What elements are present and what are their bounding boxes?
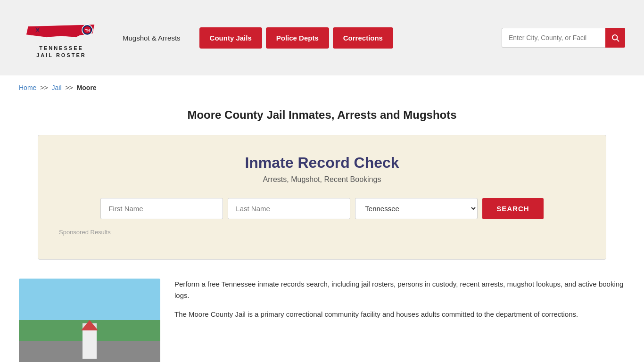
logo-text: TENNESSEE JAIL ROSTER bbox=[36, 45, 86, 58]
logo-icon: TN bbox=[24, 17, 99, 43]
header-search-input[interactable] bbox=[502, 28, 605, 48]
last-name-input[interactable] bbox=[228, 198, 350, 219]
page-title: Moore County Jail Inmates, Arrests and M… bbox=[19, 108, 625, 122]
logo-line1: TENNESSEE bbox=[36, 45, 86, 51]
content-paragraph-1: Perform a free Tennessee inmate records … bbox=[174, 279, 625, 301]
record-check-subtitle: Arrests, Mugshot, Recent Bookings bbox=[57, 175, 587, 184]
mugshot-arrests-link[interactable]: Mugshot & Arrests bbox=[123, 34, 181, 42]
header-search-button[interactable] bbox=[605, 28, 625, 48]
page-title-area: Moore County Jail Inmates, Arrests and M… bbox=[0, 100, 644, 135]
police-depts-button[interactable]: Police Depts bbox=[266, 27, 329, 49]
logo-area: TN TENNESSEE JAIL ROSTER bbox=[19, 17, 104, 58]
record-check-title: Inmate Record Check bbox=[57, 154, 587, 172]
breadcrumb-sep1: >> bbox=[40, 84, 48, 91]
search-icon bbox=[611, 33, 619, 42]
first-name-input[interactable] bbox=[100, 198, 223, 219]
breadcrumb-current: Moore bbox=[77, 84, 97, 91]
header: TN TENNESSEE JAIL ROSTER Mugshot & Arres… bbox=[0, 0, 644, 75]
content-area: Perform a free Tennessee inmate records … bbox=[0, 274, 644, 362]
breadcrumb: Home >> Jail >> Moore bbox=[0, 75, 644, 100]
record-check-box: Inmate Record Check Arrests, Mugshot, Re… bbox=[38, 135, 606, 260]
corrections-button[interactable]: Corrections bbox=[333, 27, 393, 49]
state-select[interactable]: Tennessee bbox=[355, 198, 478, 219]
header-search-area bbox=[502, 28, 625, 48]
logo-line2: JAIL ROSTER bbox=[36, 52, 86, 58]
breadcrumb-home-link[interactable]: Home bbox=[19, 84, 36, 91]
inmate-search-form: Tennessee SEARCH bbox=[57, 198, 587, 219]
county-jails-button[interactable]: County Jails bbox=[199, 27, 262, 49]
content-image bbox=[19, 279, 160, 362]
content-text: Perform a free Tennessee inmate records … bbox=[174, 279, 625, 328]
svg-text:TN: TN bbox=[85, 28, 90, 33]
nav-buttons: County Jails Police Depts Corrections bbox=[199, 27, 393, 49]
breadcrumb-jail-link[interactable]: Jail bbox=[52, 84, 62, 91]
svg-line-6 bbox=[617, 39, 619, 41]
sponsored-results-label: Sponsored Results bbox=[57, 229, 587, 236]
content-paragraph-2: The Moore County Jail is a primary corre… bbox=[174, 309, 625, 320]
breadcrumb-sep2: >> bbox=[65, 84, 73, 91]
inmate-search-button[interactable]: SEARCH bbox=[482, 198, 543, 219]
